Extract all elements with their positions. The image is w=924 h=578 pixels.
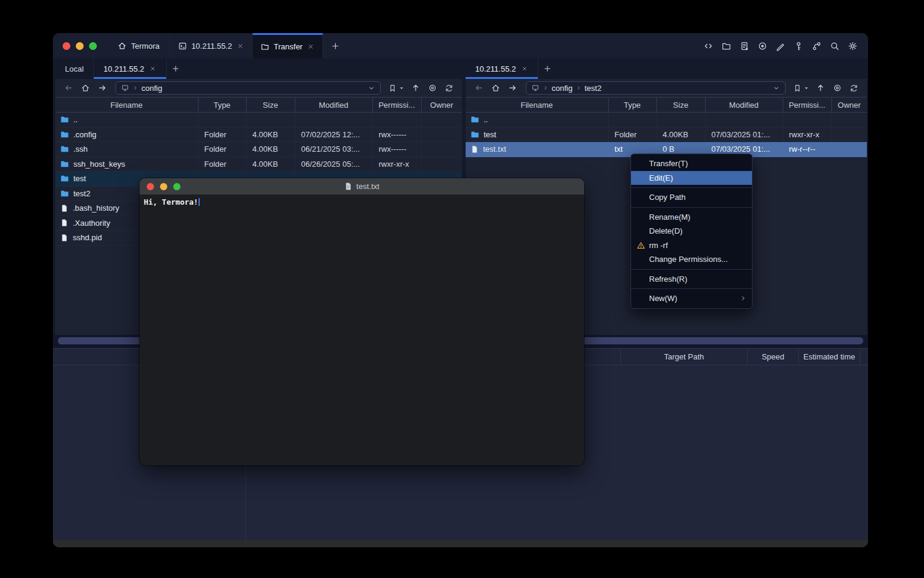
breadcrumb-segment[interactable]: config xyxy=(141,84,162,93)
code-icon[interactable] xyxy=(703,41,713,51)
table-row[interactable]: .. xyxy=(55,113,462,128)
home-button[interactable] xyxy=(487,83,504,93)
forward-button[interactable] xyxy=(504,83,521,93)
key-icon[interactable] xyxy=(793,41,804,51)
menu-item-rm-rf[interactable]: rm -rf xyxy=(631,238,752,253)
back-button[interactable] xyxy=(470,83,487,93)
tab-close-icon[interactable] xyxy=(149,65,156,72)
editor-content[interactable]: Hi, Termora! xyxy=(140,194,584,210)
menu-item-edit[interactable]: Edit(E) xyxy=(631,171,752,185)
path-bar[interactable]: config xyxy=(116,81,381,95)
column-header-modified[interactable]: Modified xyxy=(705,98,783,113)
refresh-button[interactable] xyxy=(846,84,862,93)
home-icon xyxy=(81,83,90,93)
column-header-type[interactable]: Type xyxy=(198,98,246,113)
menu-item-change-permissions[interactable]: Change Permissions... xyxy=(631,252,752,267)
window-close-button[interactable] xyxy=(63,42,70,50)
menu-item-delete[interactable]: Delete(D) xyxy=(631,224,752,238)
window-minimize-button[interactable] xyxy=(76,42,84,50)
back-button[interactable] xyxy=(60,83,77,93)
menu-item-transfer[interactable]: Transfer(T) xyxy=(631,157,752,171)
tab-label: 10.211.55.2 xyxy=(103,64,144,73)
device-icon[interactable] xyxy=(531,84,540,92)
menu-item-copy-path[interactable]: Copy Path xyxy=(631,190,752,205)
home-button[interactable] xyxy=(77,83,94,93)
column-header-filename[interactable]: Filename xyxy=(55,98,198,113)
tab-termora[interactable]: Termora xyxy=(107,33,170,58)
new-tab-button[interactable] xyxy=(323,33,347,58)
transfer-column-speed[interactable]: Speed xyxy=(747,349,798,365)
device-icon[interactable] xyxy=(121,84,129,92)
table-row[interactable]: test Folder4.00KB07/03/2025 01:...rwxr-x… xyxy=(466,127,867,142)
tab-transfer[interactable]: Transfer xyxy=(253,33,323,58)
right-file-table: Filename Type Size Modified Permissi... … xyxy=(466,97,867,157)
editor-minimize-button[interactable] xyxy=(160,183,167,190)
column-header-permissions[interactable]: Permissi... xyxy=(372,98,421,113)
menu-item-new[interactable]: New(W) xyxy=(631,291,752,306)
tab-label: 10.211.55.2 xyxy=(475,64,516,73)
column-header-permissions[interactable]: Permissi... xyxy=(783,98,831,113)
column-header-owner[interactable]: Owner xyxy=(831,98,867,113)
folder-icon[interactable] xyxy=(721,41,732,51)
keychain-icon[interactable] xyxy=(812,41,822,51)
forward-button[interactable] xyxy=(94,83,111,93)
tab-remote-host[interactable]: 10.211.55.2 xyxy=(466,58,538,79)
table-row[interactable]: ssh_host_keys Folder4.00KB06/26/2025 05:… xyxy=(55,157,462,172)
edit-icon[interactable] xyxy=(775,41,786,51)
tab-local[interactable]: Local xyxy=(55,58,94,79)
tab-close-icon[interactable] xyxy=(307,43,315,51)
editor-titlebar[interactable]: test.txt xyxy=(140,178,584,194)
refresh-button[interactable] xyxy=(441,84,457,93)
panel-new-tab-button[interactable] xyxy=(538,58,556,79)
column-header-owner[interactable]: Owner xyxy=(421,98,462,113)
table-header-row: Filename Type Size Modified Permissi... … xyxy=(55,98,462,113)
bookmark-button[interactable] xyxy=(790,84,812,93)
document-icon xyxy=(344,182,353,191)
search-icon[interactable] xyxy=(830,41,840,51)
folder-icon xyxy=(60,130,69,139)
table-row[interactable]: .ssh Folder4.00KB06/21/2025 03:...rwx---… xyxy=(55,142,462,157)
tab-terminal-session[interactable]: 10.211.55.2 xyxy=(170,33,253,58)
table-row[interactable]: .. xyxy=(466,113,867,128)
file-name: ssh_host_keys xyxy=(73,160,125,169)
file-icon xyxy=(60,219,69,227)
column-header-filename[interactable]: Filename xyxy=(466,98,608,113)
show-hidden-button[interactable] xyxy=(424,83,441,93)
tab-close-icon[interactable] xyxy=(236,42,244,50)
path-bar[interactable]: config test2 xyxy=(526,81,786,95)
caret-down-icon[interactable] xyxy=(398,85,405,92)
tab-remote-host[interactable]: 10.211.55.2 xyxy=(94,58,167,79)
log-icon[interactable] xyxy=(739,41,750,51)
menu-item-rename[interactable]: Rename(M) xyxy=(631,210,752,225)
editor-close-button[interactable] xyxy=(147,183,154,190)
editor-text: Hi, Termora! xyxy=(144,197,198,207)
breadcrumb-segment[interactable]: test2 xyxy=(585,84,602,93)
caret-down-icon[interactable] xyxy=(803,85,810,92)
transfer-column-estimated-time[interactable]: Estimated time xyxy=(798,349,860,365)
column-header-type[interactable]: Type xyxy=(608,98,656,113)
tab-close-icon[interactable] xyxy=(521,65,528,72)
panel-new-tab-button[interactable] xyxy=(167,58,185,79)
settings-icon[interactable] xyxy=(848,41,858,51)
breadcrumb-chevron-icon xyxy=(132,85,138,91)
window-zoom-button[interactable] xyxy=(89,42,97,50)
transfer-column-target-path[interactable]: Target Path xyxy=(620,349,747,365)
up-directory-button[interactable] xyxy=(812,83,829,93)
tab-label: 10.211.55.2 xyxy=(191,42,232,51)
column-header-size[interactable]: Size xyxy=(246,98,295,113)
column-header-modified[interactable]: Modified xyxy=(295,98,372,113)
up-directory-button[interactable] xyxy=(407,83,424,93)
table-row[interactable]: .config Folder4.00KB07/02/2025 12:...rwx… xyxy=(55,127,462,142)
editor-zoom-button[interactable] xyxy=(173,183,180,190)
menu-item-refresh[interactable]: Refresh(R) xyxy=(631,272,752,287)
breadcrumb-segment[interactable]: config xyxy=(552,84,573,93)
file-name: .config xyxy=(73,130,96,139)
menu-separator xyxy=(631,187,752,188)
path-dropdown-icon[interactable] xyxy=(772,84,780,92)
folder-icon xyxy=(60,160,69,169)
column-header-size[interactable]: Size xyxy=(656,98,705,113)
show-hidden-button[interactable] xyxy=(829,83,846,93)
record-icon[interactable] xyxy=(757,41,768,51)
path-dropdown-icon[interactable] xyxy=(368,84,375,92)
bookmark-button[interactable] xyxy=(386,84,407,93)
